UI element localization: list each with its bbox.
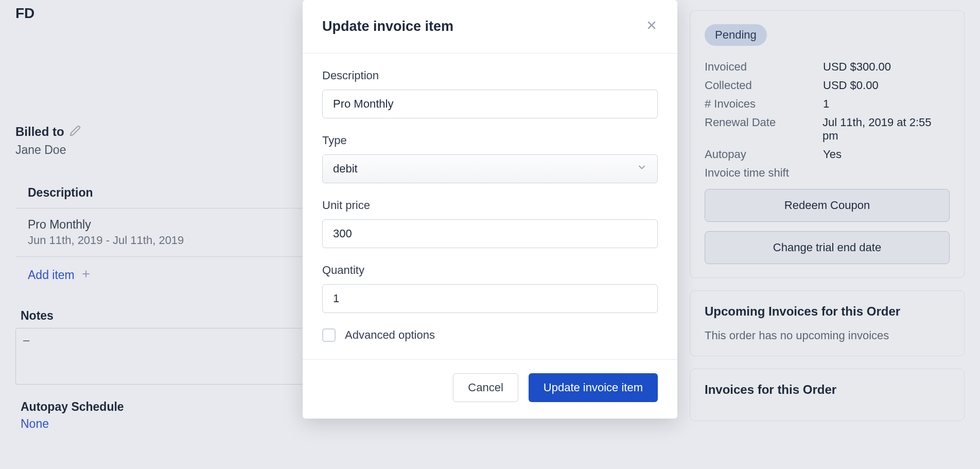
modal-title: Update invoice item — [322, 19, 453, 34]
modal-overlay: Update invoice item Description Type deb… — [0, 0, 980, 469]
unit-price-label: Unit price — [322, 199, 658, 212]
cancel-button[interactable]: Cancel — [453, 373, 518, 402]
advanced-options-checkbox[interactable] — [322, 328, 336, 342]
close-icon[interactable] — [645, 19, 658, 34]
advanced-options-label: Advanced options — [345, 328, 435, 342]
unit-price-input[interactable] — [322, 219, 658, 248]
quantity-label: Quantity — [322, 264, 658, 277]
type-value: debit — [333, 162, 358, 176]
update-invoice-item-button[interactable]: Update invoice item — [529, 373, 658, 402]
description-label: Description — [322, 69, 658, 82]
chevron-down-icon — [637, 162, 647, 176]
type-label: Type — [322, 134, 658, 147]
quantity-input[interactable] — [322, 284, 658, 313]
type-select[interactable]: debit — [322, 154, 658, 183]
update-invoice-item-modal: Update invoice item Description Type deb… — [303, 0, 677, 419]
description-input[interactable] — [322, 90, 658, 118]
